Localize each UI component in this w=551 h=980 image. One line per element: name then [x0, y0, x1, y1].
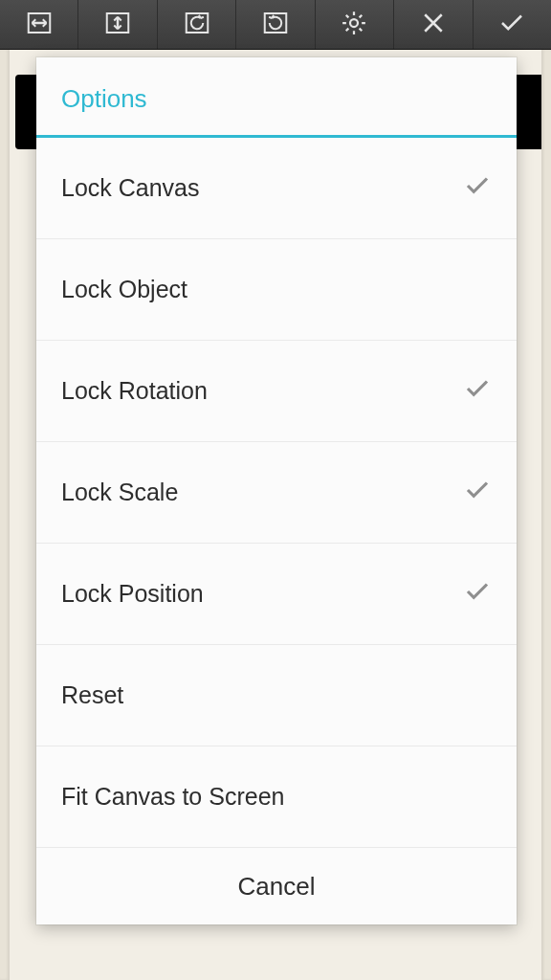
option-reset[interactable]: Reset [36, 645, 517, 746]
option-fit-canvas[interactable]: Fit Canvas to Screen [36, 746, 517, 848]
flip-vertical-icon [103, 9, 132, 41]
rotate-cw-icon [261, 9, 290, 41]
option-label: Reset [61, 681, 123, 709]
close-icon [419, 9, 448, 41]
options-panel: Options Lock Canvas Lock Object Lock Rot… [36, 57, 517, 924]
check-icon [463, 577, 492, 612]
option-label: Lock Position [61, 580, 204, 608]
rotate-cw-button[interactable] [236, 0, 315, 49]
check-icon [463, 171, 492, 206]
option-lock-rotation[interactable]: Lock Rotation [36, 341, 517, 442]
option-lock-scale[interactable]: Lock Scale [36, 442, 517, 544]
flip-horizontal-button[interactable] [0, 0, 78, 49]
rotate-ccw-button[interactable] [158, 0, 236, 49]
check-icon [463, 476, 492, 510]
panel-title: Options [36, 57, 517, 138]
option-lock-position[interactable]: Lock Position [36, 544, 517, 645]
option-label: Lock Scale [61, 479, 178, 506]
check-icon [463, 374, 492, 409]
check-icon [497, 9, 526, 41]
option-label: Lock Object [61, 276, 187, 303]
rotate-ccw-icon [183, 9, 211, 41]
option-label: Lock Rotation [61, 377, 208, 405]
option-lock-canvas[interactable]: Lock Canvas [36, 138, 517, 239]
flip-horizontal-icon [25, 9, 54, 41]
confirm-button[interactable] [474, 0, 551, 49]
option-label: Fit Canvas to Screen [61, 783, 284, 811]
flip-vertical-button[interactable] [78, 0, 157, 49]
option-lock-object[interactable]: Lock Object [36, 239, 517, 341]
top-toolbar [0, 0, 551, 50]
close-button[interactable] [394, 0, 473, 49]
cancel-button[interactable]: Cancel [36, 848, 517, 924]
option-label: Lock Canvas [61, 174, 200, 202]
svg-point-4 [350, 19, 358, 27]
gear-icon [340, 9, 368, 41]
settings-button[interactable] [316, 0, 394, 49]
